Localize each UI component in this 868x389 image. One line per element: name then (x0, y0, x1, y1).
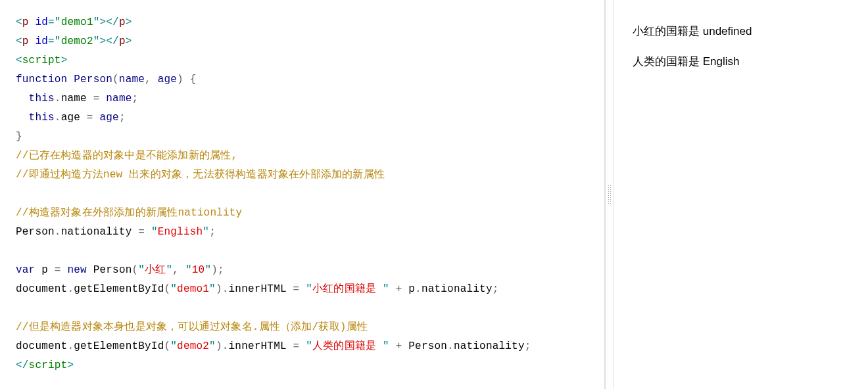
code-line: document.getElementById("demo2").innerHT… (16, 337, 604, 356)
code-line: //构造器对象在外部添加的新属性nationlity (16, 204, 604, 223)
code-line: <script> (16, 51, 604, 70)
code-line: document.getElementById("demo1").innerHT… (16, 280, 604, 299)
code-line: </script> (16, 356, 604, 375)
code-line (16, 185, 604, 204)
code-line: //但是构造器对象本身也是对象，可以通过对象名.属性（添加/获取)属性 (16, 318, 604, 337)
code-line: function Person(name, age) { (16, 70, 604, 89)
code-line: <p id="demo1"></p> (16, 13, 604, 32)
panel-resize-handle[interactable] (605, 0, 614, 389)
code-line (16, 242, 604, 261)
code-line: <p id="demo2"></p> (16, 32, 604, 51)
output-preview-panel: 小红的国籍是 undefined 人类的国籍是 English (614, 0, 868, 389)
code-line: var p = new Person("小红", "10"); (16, 261, 604, 280)
code-line: //已存在构造器的对象中是不能添加新的属性, (16, 147, 604, 166)
code-line: Person.nationality = "English"; (16, 223, 604, 242)
code-line: } (16, 127, 604, 147)
code-line (16, 299, 604, 318)
code-line: this.name = name; (16, 89, 604, 108)
code-line: this.age = age; (16, 108, 604, 127)
code-line: //即通过构造方法new 出来的对象，无法获得构造器对象在外部添加的新属性 (16, 166, 604, 185)
code-editor-panel[interactable]: <p id="demo1"></p> <p id="demo2"></p> <s… (0, 0, 605, 389)
output-text: 小红的国籍是 undefined (633, 24, 850, 39)
grip-icon (608, 185, 612, 204)
output-text: 人类的国籍是 English (633, 54, 850, 70)
